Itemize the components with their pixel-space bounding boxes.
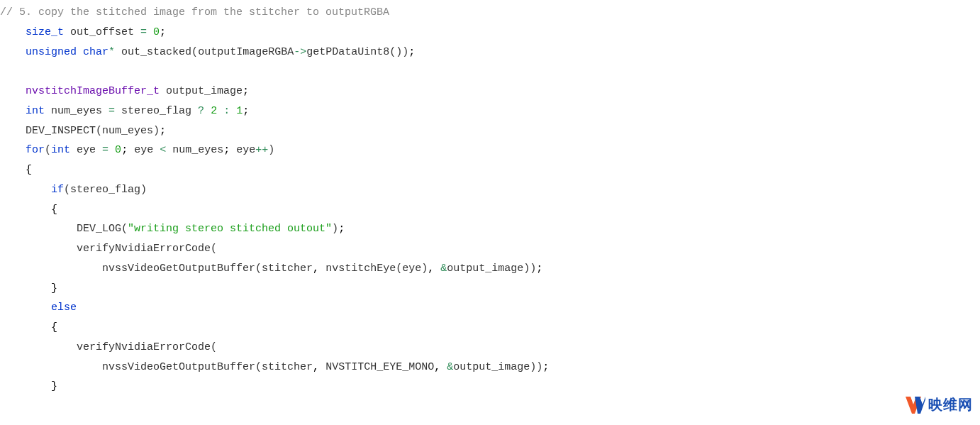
brace-open: { — [51, 204, 57, 216]
kw-unsigned: unsigned — [26, 46, 77, 58]
brace-close: } — [51, 380, 57, 392]
kw-if: if — [51, 184, 64, 196]
string-literal: "writing stereo stitched outout" — [128, 223, 332, 235]
fn-get-output-buffer: nvssVideoGetOutputBuffer — [102, 361, 255, 373]
watermark-text: 映维网 — [928, 392, 973, 418]
brace-close: } — [51, 282, 57, 294]
brace-open: { — [26, 164, 32, 176]
fn-verify-error: verifyNvidiaErrorCode — [77, 243, 211, 255]
kw-for: for — [26, 144, 45, 156]
fn-get-output-buffer: nvssVideoGetOutputBuffer — [102, 263, 255, 275]
fn-verify-error: verifyNvidiaErrorCode — [77, 341, 211, 353]
comment-line: // 5. copy the stitched image from the s… — [0, 6, 389, 18]
code-block: // 5. copy the stitched image from the s… — [0, 0, 980, 397]
fn-dev-inspect: DEV_INSPECT — [26, 125, 96, 137]
watermark-logo: 映维网 — [906, 392, 973, 418]
kw-else: else — [51, 302, 77, 314]
kw-int: int — [26, 105, 45, 117]
brace-open: { — [51, 321, 57, 333]
kw-size_t: size_t — [26, 26, 64, 38]
logo-icon — [906, 397, 925, 414]
literal-zero: 0 — [153, 26, 160, 38]
type-nvstitch: nvstitchImageBuffer_t — [26, 85, 160, 97]
kw-char: char — [83, 46, 108, 58]
fn-dev-log: DEV_LOG — [77, 223, 121, 235]
